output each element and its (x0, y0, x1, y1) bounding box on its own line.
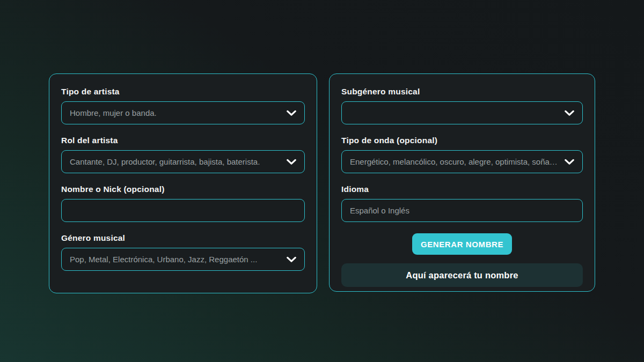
rol-del-artista-select[interactable]: Cantante, DJ, productor, guitarrista, ba… (61, 150, 305, 173)
chevron-down-icon (287, 159, 296, 165)
rol-del-artista-label: Rol del artista (61, 136, 305, 145)
field-tipo-de-onda: Tipo de onda (opcional) Energético, mela… (341, 136, 583, 173)
artist-form-panel-right: Subgénero musical Tipo de onda (opcional… (329, 73, 595, 292)
tipo-de-artista-select[interactable]: Hombre, mujer o banda. (61, 101, 305, 124)
artist-form-panel-left: Tipo de artista Hombre, mujer o banda. R… (49, 73, 317, 293)
genero-musical-select[interactable]: Pop, Metal, Electrónica, Urbano, Jazz, R… (61, 248, 305, 271)
chevron-down-icon (565, 110, 574, 116)
field-tipo-de-artista: Tipo de artista Hombre, mujer o banda. (61, 87, 305, 124)
chevron-down-icon (565, 159, 574, 165)
subgenero-musical-select[interactable] (341, 101, 583, 124)
field-idioma: Idioma (341, 184, 583, 222)
select-placeholder: Cantante, DJ, productor, guitarrista, ba… (70, 157, 281, 166)
select-placeholder: Pop, Metal, Electrónica, Urbano, Jazz, R… (70, 255, 281, 264)
field-rol-del-artista: Rol del artista Cantante, DJ, productor,… (61, 136, 305, 173)
subgenero-musical-label: Subgénero musical (341, 87, 583, 97)
genero-musical-label: Género musical (61, 233, 305, 243)
field-genero-musical: Género musical Pop, Metal, Electrónica, … (61, 233, 305, 271)
tipo-de-artista-label: Tipo de artista (61, 87, 305, 97)
select-placeholder: Hombre, mujer o banda. (70, 108, 281, 117)
tipo-de-onda-label: Tipo de onda (opcional) (341, 136, 583, 145)
select-placeholder: Energético, melancólico, oscuro, alegre,… (350, 157, 559, 166)
tipo-de-onda-select[interactable]: Energético, melancólico, oscuro, alegre,… (341, 150, 583, 173)
idioma-input[interactable] (341, 199, 583, 222)
result-text: Aquí aparecerá tu nombre (406, 270, 518, 280)
nombre-nick-input[interactable] (61, 199, 305, 222)
chevron-down-icon (287, 256, 296, 263)
page-background: Tipo de artista Hombre, mujer o banda. R… (0, 0, 644, 362)
field-subgenero-musical: Subgénero musical (341, 87, 583, 124)
result-box: Aquí aparecerá tu nombre (341, 263, 583, 287)
field-nombre-nick: Nombre o Nick (opcional) (61, 184, 305, 222)
generar-nombre-button[interactable]: GENERAR NOMBRE (412, 233, 512, 255)
nombre-nick-label: Nombre o Nick (opcional) (61, 184, 305, 194)
chevron-down-icon (287, 110, 296, 116)
idioma-label: Idioma (341, 184, 583, 194)
